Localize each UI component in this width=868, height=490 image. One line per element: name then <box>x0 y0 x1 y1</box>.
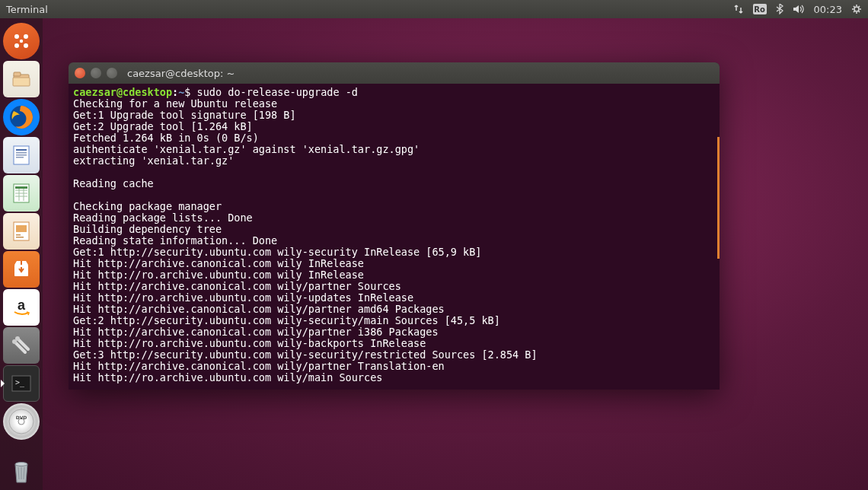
svg-point-1 <box>14 34 19 39</box>
terminal-body[interactable]: caezsar@cdesktop:~$ sudo do-release-upgr… <box>69 84 720 387</box>
svg-point-4 <box>24 43 28 48</box>
top-panel: Terminal Ro 00:23 <box>0 0 868 18</box>
svg-rect-12 <box>16 152 27 154</box>
launcher-trash[interactable] <box>3 453 40 490</box>
network-icon[interactable] <box>733 4 744 14</box>
launcher-terminal[interactable]: >_ <box>3 365 40 402</box>
window-close-button[interactable] <box>75 68 85 78</box>
terminal-window[interactable]: caezsar@cdesktop: ~ caezsar@cdesktop:~$ … <box>69 62 720 390</box>
window-titlebar[interactable]: caezsar@cdesktop: ~ <box>69 62 720 84</box>
launcher-dvd[interactable]: DVD <box>3 403 40 440</box>
svg-point-29 <box>12 339 17 344</box>
launcher-dash[interactable] <box>3 23 40 59</box>
svg-rect-25 <box>16 237 24 238</box>
prompt-user-host: caezsar@cdesktop <box>73 86 172 98</box>
launcher-settings[interactable] <box>3 327 40 364</box>
svg-point-35 <box>15 463 27 466</box>
launcher-writer[interactable] <box>3 137 40 173</box>
launcher-files[interactable] <box>3 61 40 97</box>
svg-rect-11 <box>16 149 27 151</box>
prompt-symbol: $ <box>184 86 190 98</box>
volume-icon[interactable] <box>793 4 805 14</box>
svg-text:a: a <box>18 298 26 313</box>
launcher-software[interactable] <box>3 251 40 288</box>
launcher-impress[interactable] <box>3 213 40 250</box>
window-maximize-button[interactable] <box>107 68 117 78</box>
svg-rect-14 <box>16 157 24 158</box>
window-title: caezsar@cdesktop: ~ <box>127 68 235 79</box>
clock[interactable]: 00:23 <box>814 4 842 15</box>
svg-rect-24 <box>16 234 21 236</box>
svg-text:DVD: DVD <box>16 415 27 420</box>
terminal-output: Checking for a new Ubuntu release Get:1 … <box>73 97 538 383</box>
power-gear-icon[interactable] <box>851 4 862 14</box>
launcher-calc[interactable] <box>3 175 40 212</box>
launcher-amazon[interactable]: a <box>3 289 40 326</box>
system-indicators: Ro 00:23 <box>733 4 862 15</box>
svg-rect-23 <box>16 225 27 232</box>
command-text: sudo do-release-upgrade -d <box>197 86 358 98</box>
svg-rect-8 <box>13 78 30 86</box>
svg-text:>_: >_ <box>15 378 25 387</box>
unity-launcher: a >_ DVD <box>0 18 43 490</box>
svg-rect-7 <box>14 72 21 76</box>
keyboard-layout-indicator[interactable]: Ro <box>753 4 767 14</box>
svg-point-2 <box>24 34 28 39</box>
bluetooth-icon[interactable] <box>776 4 783 14</box>
panel-app-title[interactable]: Terminal <box>6 4 48 15</box>
launcher-firefox[interactable] <box>3 99 40 135</box>
svg-point-3 <box>14 43 19 48</box>
scrollbar-thumb[interactable] <box>717 137 720 259</box>
svg-point-5 <box>20 40 23 43</box>
window-minimize-button[interactable] <box>91 68 101 78</box>
svg-rect-13 <box>16 154 27 156</box>
svg-point-0 <box>854 7 859 11</box>
svg-rect-16 <box>15 186 27 189</box>
